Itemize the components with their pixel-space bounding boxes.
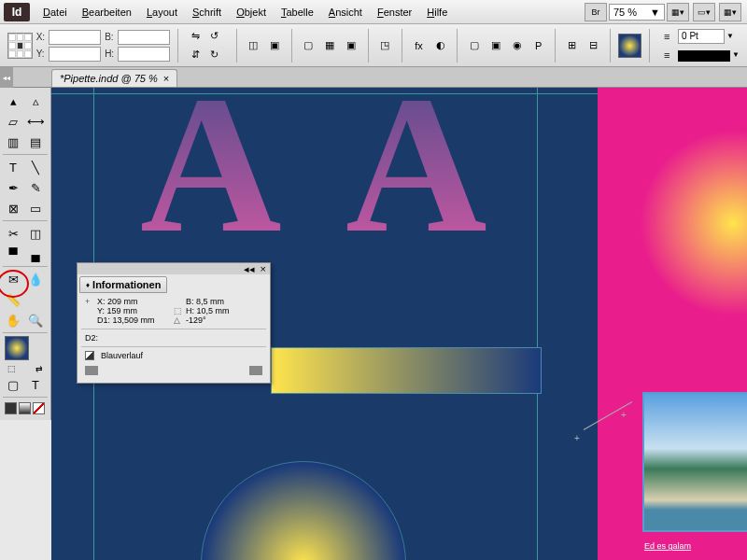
angle-icon: △ bbox=[174, 315, 183, 325]
align-icon[interactable]: ⊞ bbox=[563, 36, 581, 55]
text-wrap-none-icon[interactable]: ▢ bbox=[465, 36, 483, 55]
menu-edit[interactable]: Bearbeiten bbox=[75, 4, 139, 21]
w-input[interactable] bbox=[118, 30, 170, 45]
menu-type[interactable]: Schrift bbox=[185, 4, 229, 21]
hand-tool[interactable]: ✋ bbox=[3, 311, 23, 329]
selection-tool[interactable]: ▴ bbox=[3, 91, 23, 110]
eyedropper-tool[interactable]: 💧 bbox=[25, 270, 46, 288]
menu-help[interactable]: Hilfe bbox=[419, 4, 455, 21]
scissors-tool[interactable]: ✂ bbox=[3, 224, 23, 243]
corner-options-icon[interactable]: ◳ bbox=[376, 36, 394, 55]
measure-tool[interactable]: 📏 bbox=[3, 290, 23, 309]
content-placer-tool[interactable]: ▤ bbox=[25, 133, 46, 151]
bridge-button[interactable]: Br bbox=[585, 3, 607, 21]
reference-point-grid[interactable] bbox=[7, 33, 33, 59]
pencil-tool[interactable]: ✎ bbox=[25, 178, 46, 197]
measure-endpoint-2: + bbox=[621, 410, 627, 420]
gradient-circle-right[interactable] bbox=[640, 130, 747, 316]
info-h: H: 10,5 mm bbox=[186, 306, 230, 315]
apply-color-icon[interactable]: ▢ bbox=[3, 375, 23, 394]
menu-view[interactable]: Ansicht bbox=[321, 4, 370, 21]
apply-none-swatch[interactable] bbox=[33, 402, 45, 414]
stroke-weight-input[interactable]: 0 Pt bbox=[678, 29, 725, 44]
close-tab-icon[interactable]: × bbox=[163, 73, 169, 84]
control-bar: X: B: Y: H: ⇋ ↺ ⇵ ↻ ◫ ▣ ▢ ▦ ▣ ◳ fx ◐ ▢ ▣… bbox=[0, 24, 747, 67]
line-tool[interactable]: ╲ bbox=[25, 158, 46, 176]
panel-collapse-icon[interactable]: ◂◂ bbox=[244, 263, 255, 275]
rotate-ccw-icon[interactable]: ↺ bbox=[204, 27, 223, 46]
menu-object[interactable]: Objekt bbox=[229, 4, 274, 21]
gradient-rectangle[interactable] bbox=[271, 347, 542, 394]
type-tool[interactable]: T bbox=[3, 158, 23, 176]
gap-tool[interactable]: ⟷ bbox=[25, 112, 46, 131]
photo-frame[interactable] bbox=[642, 392, 747, 532]
info-panel[interactable]: ◂◂ × ♦Informationen +X: 209 mm Y: 159 mm… bbox=[77, 262, 271, 384]
info-panel-tab[interactable]: ♦Informationen bbox=[79, 276, 167, 293]
page-tool[interactable]: ▱ bbox=[3, 112, 23, 131]
fill-stroke-swatch[interactable] bbox=[5, 336, 29, 360]
gradient-swatch-tool[interactable]: ▀ bbox=[3, 245, 23, 263]
formatting-text-icon[interactable]: T bbox=[25, 375, 46, 394]
zoom-tool[interactable]: 🔍 bbox=[25, 311, 46, 329]
placeholder-text-icon[interactable]: P bbox=[529, 36, 547, 55]
stroke-style-select[interactable] bbox=[678, 50, 730, 62]
x-label: X: bbox=[36, 32, 45, 42]
text-wrap-shape-icon[interactable]: ◉ bbox=[508, 36, 526, 55]
letter-a-object-2[interactable]: A bbox=[345, 88, 487, 277]
info-footer-icon-2 bbox=[249, 366, 262, 375]
swatch-indicator-icon bbox=[85, 351, 94, 360]
margin-guide-top bbox=[51, 93, 598, 94]
fill-frame-icon[interactable]: ▦ bbox=[321, 36, 339, 55]
select-content-icon[interactable]: ▣ bbox=[266, 36, 284, 55]
rectangle-frame-tool[interactable]: ⊠ bbox=[3, 199, 23, 217]
note-tool[interactable]: ✉ bbox=[3, 270, 23, 288]
h-input[interactable] bbox=[118, 47, 170, 62]
apply-gradient-swatch[interactable] bbox=[19, 402, 31, 414]
menu-table[interactable]: Tabelle bbox=[274, 4, 321, 21]
zoom-select[interactable]: 75 %▼ bbox=[609, 4, 665, 21]
menu-layout[interactable]: Layout bbox=[139, 4, 185, 21]
effects-icon[interactable]: fx bbox=[410, 36, 428, 55]
panel-collapse-handle[interactable]: ◂◂ bbox=[0, 67, 13, 88]
distribute-icon[interactable]: ⊟ bbox=[585, 36, 602, 55]
fill-swatch[interactable] bbox=[618, 34, 641, 58]
menu-file[interactable]: DDateiatei bbox=[35, 4, 75, 21]
stroke-style-icon[interactable]: ≡ bbox=[657, 46, 676, 64]
opacity-icon[interactable]: ◐ bbox=[431, 36, 449, 55]
default-fill-stroke-icon[interactable]: ⬚ bbox=[5, 362, 18, 375]
rotate-cw-icon[interactable]: ↻ bbox=[204, 46, 223, 64]
info-d1: D1: 13,509 mm bbox=[97, 315, 155, 325]
fit-content-icon[interactable]: ▢ bbox=[300, 36, 317, 55]
menu-window[interactable]: Fenster bbox=[370, 4, 419, 21]
info-d2: D2: bbox=[85, 333, 98, 343]
select-container-icon[interactable]: ◫ bbox=[245, 36, 262, 55]
plus-icon: + bbox=[85, 297, 94, 306]
gradient-circle-bottom[interactable] bbox=[201, 461, 406, 560]
info-x: X: 209 mm bbox=[97, 297, 138, 306]
direct-selection-tool[interactable]: ▵ bbox=[25, 91, 46, 110]
apply-color-swatch[interactable] bbox=[5, 402, 17, 414]
content-collector-tool[interactable]: ▥ bbox=[3, 133, 23, 151]
pen-tool[interactable]: ✒ bbox=[3, 178, 23, 197]
y-input[interactable] bbox=[49, 47, 101, 62]
view-options-button[interactable]: ▦▾ bbox=[667, 3, 689, 21]
center-content-icon[interactable]: ▣ bbox=[343, 36, 360, 55]
letter-a-object-1[interactable]: A bbox=[140, 88, 282, 277]
rectangle-tool[interactable]: ▭ bbox=[25, 199, 46, 217]
arrange-button[interactable]: ▦▾ bbox=[719, 3, 741, 21]
info-w: B: 8,5 mm bbox=[186, 297, 224, 306]
text-wrap-bound-icon[interactable]: ▣ bbox=[486, 36, 504, 55]
toolbox: ▴▵ ▱⟷ ▥▤ T╲ ✒✎ ⊠▭ ✂◫ ▀▄ ✉💧 📏 ✋🔍 ⬚⇄ ▢T bbox=[0, 88, 51, 420]
margin-guide-right bbox=[537, 88, 538, 560]
stroke-align-icon[interactable]: ≡ bbox=[657, 27, 676, 46]
flip-h-icon[interactable]: ⇋ bbox=[186, 27, 204, 46]
flip-v-icon[interactable]: ⇵ bbox=[186, 46, 204, 64]
document-tab[interactable]: *Pipette.indd @ 75 % × bbox=[51, 69, 177, 87]
x-input[interactable] bbox=[49, 30, 101, 45]
swap-fill-stroke-icon[interactable]: ⇄ bbox=[33, 362, 46, 375]
panel-close-icon[interactable]: × bbox=[261, 263, 266, 274]
info-swatch-name: Blauverlauf bbox=[101, 351, 143, 360]
gradient-feather-tool[interactable]: ▄ bbox=[25, 245, 46, 263]
screen-mode-button[interactable]: ▭▾ bbox=[693, 3, 715, 21]
free-transform-tool[interactable]: ◫ bbox=[25, 224, 46, 243]
